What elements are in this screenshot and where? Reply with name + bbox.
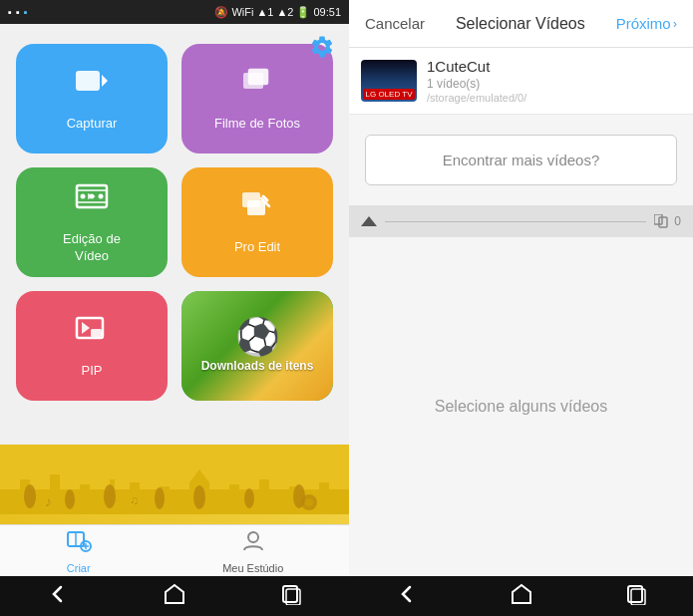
selection-count: 0 [654, 214, 681, 228]
tile-edicao-video[interactable]: Edição de Vídeo [16, 167, 168, 277]
tile-capturar[interactable]: Capturar [16, 44, 168, 154]
svg-marker-36 [166, 585, 183, 603]
video-info: 1CuteCut 1 vídeo(s) /storage/emulated/0/ [427, 58, 681, 104]
count-number: 0 [674, 214, 681, 228]
select-videos-text: Selecione alguns vídeos [435, 398, 607, 416]
panel-title: Selecionar Vídeos [456, 15, 585, 33]
svg-point-23 [193, 485, 205, 509]
svg-rect-12 [247, 200, 265, 215]
tv-logo: LG OLED TV [363, 89, 416, 100]
tile-pro-edit[interactable]: Pro Edit [181, 167, 333, 277]
video-name: 1CuteCut [427, 58, 681, 75]
tile-pip[interactable]: PIP [16, 291, 168, 401]
thumb-inner: LG OLED TV [361, 60, 417, 102]
nav-criar[interactable]: Criar [66, 528, 92, 574]
svg-rect-0 [76, 71, 100, 91]
separator-line [385, 221, 646, 222]
cancel-button[interactable]: Cancelar [365, 15, 425, 32]
top-bar: Cancelar Selecionar Vídeos Próximo › [349, 0, 693, 48]
status-right: 🔕 WiFi ▲1 ▲2 🔋 09:51 [214, 6, 341, 19]
video-count: 1 vídeo(s) [427, 77, 681, 91]
left-device-nav [0, 576, 349, 616]
nav-meu-estudio[interactable]: Meu Estúdio [222, 528, 283, 574]
network-icon: ▲2 [276, 6, 293, 18]
capturar-label: Capturar [67, 116, 118, 133]
criar-label: Criar [67, 562, 91, 574]
filme-label: Filme de Fotos [214, 116, 300, 133]
status-left: ▪ ▪ ▪ [8, 6, 28, 18]
video-thumbnail: LG OLED TV [361, 60, 417, 102]
separator-bar: 0 [349, 205, 693, 237]
svg-point-22 [155, 487, 165, 509]
chevron-right-icon: › [673, 16, 677, 31]
estudio-label: Meu Estúdio [222, 562, 283, 574]
pro-edit-label: Pro Edit [234, 239, 280, 256]
svg-rect-40 [659, 217, 667, 227]
select-videos-area: Selecione alguns vídeos [349, 237, 693, 576]
recents-button[interactable] [280, 583, 302, 610]
bottom-banner: ♪ ♫ [0, 445, 349, 524]
tile-downloads[interactable]: ⚽ Downloads de itens [181, 291, 333, 401]
video-path: /storage/emulated/0/ [427, 92, 681, 104]
status-bar: ▪ ▪ ▪ 🔕 WiFi ▲1 ▲2 🔋 09:51 [0, 0, 349, 24]
pip-icon [74, 312, 110, 355]
svg-marker-1 [102, 75, 108, 87]
svg-point-7 [81, 193, 86, 198]
svg-point-9 [99, 193, 104, 198]
right-device-nav [349, 576, 693, 616]
svg-rect-39 [654, 214, 662, 224]
svg-point-35 [248, 532, 258, 542]
video-list-item[interactable]: LG OLED TV 1CuteCut 1 vídeo(s) /storage/… [349, 48, 693, 115]
estudio-icon [240, 528, 266, 560]
downloads-content: ⚽ Downloads de itens [181, 291, 333, 401]
find-more-box[interactable]: Encontrar mais vídeos? [365, 135, 677, 185]
settings-gear[interactable] [309, 34, 335, 64]
signal-icon: ▲1 [256, 6, 273, 18]
soccer-ball-icon: ⚽ [235, 319, 280, 355]
svg-point-24 [244, 488, 254, 508]
app-grid: Capturar Filme de Fotos [16, 44, 333, 401]
filme-icon [239, 65, 275, 108]
status-icon-signal: ▪ [24, 6, 28, 18]
svg-text:♫: ♫ [130, 493, 139, 507]
svg-point-27 [305, 498, 313, 506]
svg-point-20 [65, 489, 75, 509]
svg-point-21 [104, 484, 116, 508]
svg-marker-41 [513, 585, 530, 603]
status-icon-screen: ▪ [8, 6, 12, 18]
app-content: Capturar Filme de Fotos [0, 24, 349, 445]
time-display: 09:51 [313, 6, 341, 18]
bottom-nav: Criar Meu Estúdio [0, 524, 349, 576]
svg-rect-16 [91, 329, 102, 337]
downloads-label: Downloads de itens [201, 359, 314, 373]
criar-icon [66, 528, 92, 560]
home-button[interactable] [164, 583, 185, 610]
status-icon-bar: ▪ [16, 6, 20, 18]
find-more-text: Encontrar mais vídeos? [443, 152, 600, 168]
expand-arrow[interactable] [361, 216, 377, 226]
edicao-icon [74, 180, 110, 223]
wifi-icon: WiFi [231, 6, 253, 18]
right-home-button[interactable] [511, 583, 532, 610]
pip-label: PIP [82, 363, 103, 380]
battery-icon: 🔋 [296, 6, 310, 19]
next-button[interactable]: Próximo › [616, 15, 677, 32]
svg-point-19 [24, 484, 36, 508]
right-recents-button[interactable] [625, 583, 647, 610]
svg-rect-3 [248, 69, 268, 85]
left-panel: ▪ ▪ ▪ 🔕 WiFi ▲1 ▲2 🔋 09:51 [0, 0, 349, 616]
back-button[interactable] [47, 583, 69, 610]
svg-marker-17 [82, 322, 90, 334]
capturar-icon [74, 65, 110, 108]
right-panel: Cancelar Selecionar Vídeos Próximo › LG … [349, 0, 693, 616]
mute-icon: 🔕 [214, 6, 228, 19]
right-back-button[interactable] [396, 583, 418, 610]
pro-edit-icon [239, 188, 275, 231]
edicao-label: Edição de Vídeo [63, 231, 121, 265]
svg-text:♪: ♪ [45, 493, 52, 509]
